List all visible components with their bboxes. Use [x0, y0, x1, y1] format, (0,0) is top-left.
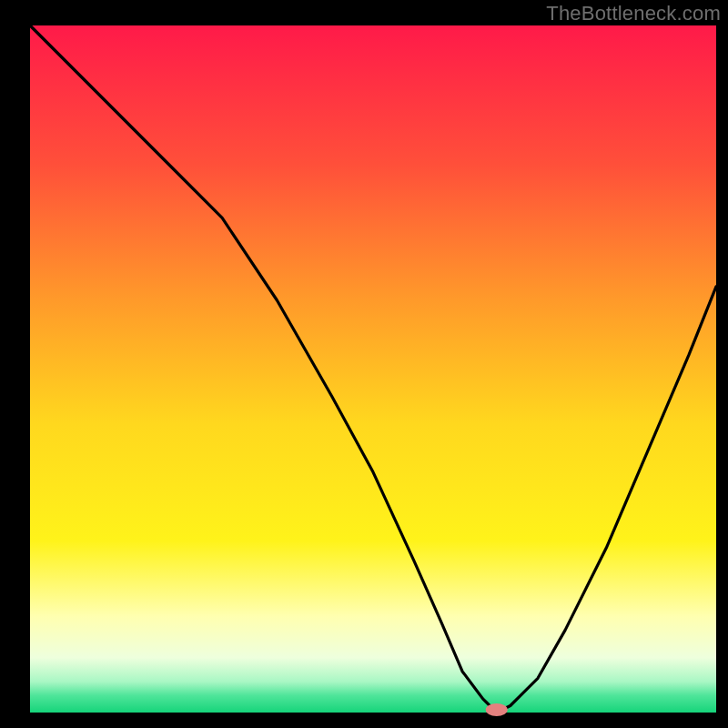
optimal-point-marker: [486, 703, 508, 716]
bottleneck-chart: [0, 0, 728, 728]
watermark-text: TheBottleneck.com: [546, 2, 721, 25]
chart-frame: TheBottleneck.com: [0, 0, 728, 728]
